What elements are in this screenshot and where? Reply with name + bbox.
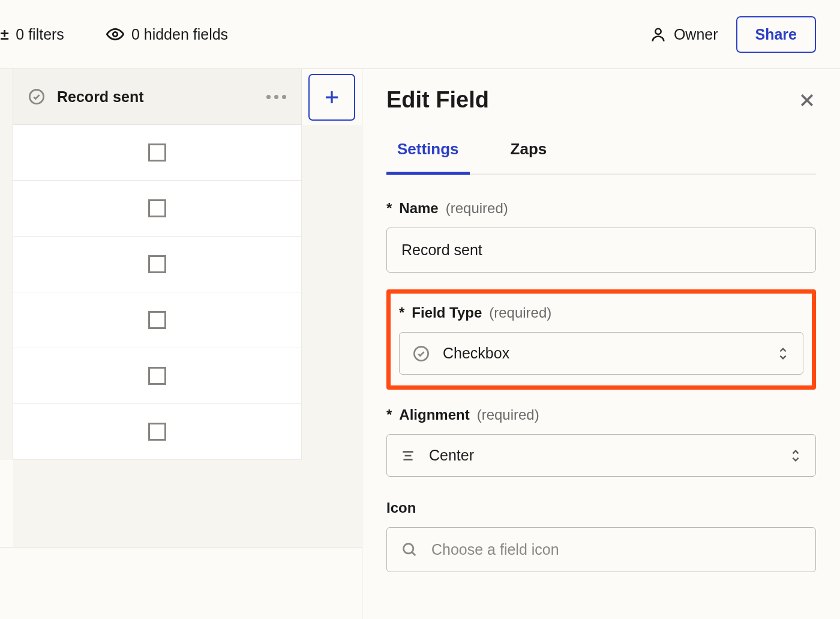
edit-field-panel: Edit Field Settings Zaps * Name (require… bbox=[362, 69, 840, 619]
row-gutter bbox=[0, 181, 13, 237]
checkbox-cell[interactable] bbox=[13, 348, 302, 404]
row-gutter bbox=[0, 69, 13, 125]
row-gutter bbox=[0, 125, 13, 181]
checkbox[interactable] bbox=[148, 143, 166, 162]
name-field-label: Name bbox=[399, 200, 438, 217]
owner-label: Owner bbox=[674, 26, 718, 43]
close-icon bbox=[798, 91, 816, 109]
chevron-updown-icon bbox=[789, 448, 802, 463]
icon-field-label: Icon bbox=[386, 500, 416, 516]
row-gutter bbox=[0, 237, 13, 292]
close-button[interactable] bbox=[798, 91, 816, 109]
column-more-button[interactable] bbox=[266, 95, 286, 99]
checkbox-cell[interactable] bbox=[13, 292, 302, 348]
search-icon bbox=[401, 542, 418, 558]
add-column-button[interactable] bbox=[308, 74, 355, 121]
check-circle-icon bbox=[28, 88, 45, 105]
table-row bbox=[0, 348, 362, 404]
panel-title: Edit Field bbox=[386, 87, 489, 113]
required-star: * bbox=[386, 200, 392, 217]
required-text: (required) bbox=[446, 200, 508, 217]
hidden-fields-label: 0 hidden fields bbox=[131, 26, 228, 43]
field-type-value: Checkbox bbox=[443, 345, 509, 362]
dots-icon bbox=[266, 95, 271, 99]
field-type-select[interactable]: Checkbox bbox=[399, 332, 803, 375]
icon-field-block: Icon Choose a field icon bbox=[386, 500, 816, 572]
checkbox[interactable] bbox=[148, 311, 166, 329]
checkbox-cell[interactable] bbox=[13, 181, 302, 237]
row-gutter bbox=[0, 292, 13, 348]
checkbox[interactable] bbox=[148, 199, 166, 217]
top-toolbar: ± 0 filters 0 hidden fields Owner Share bbox=[0, 0, 840, 69]
tab-zaps[interactable]: Zaps bbox=[500, 140, 558, 175]
name-field-block: * Name (required) bbox=[386, 200, 816, 273]
hidden-fields-button[interactable]: 0 hidden fields bbox=[106, 25, 228, 43]
alignment-label: Alignment bbox=[399, 406, 469, 423]
table-row bbox=[0, 125, 362, 181]
filter-icon: ± bbox=[0, 26, 8, 42]
alignment-select[interactable]: Center bbox=[386, 434, 816, 477]
table-row bbox=[0, 237, 362, 292]
checkbox[interactable] bbox=[148, 423, 166, 441]
tab-settings[interactable]: Settings bbox=[386, 140, 470, 175]
table-column: Record sent bbox=[0, 69, 362, 619]
icon-picker-input[interactable]: Choose a field icon bbox=[386, 527, 816, 572]
align-center-icon bbox=[400, 448, 416, 463]
checkbox-cell[interactable] bbox=[13, 237, 302, 292]
checkbox-cell[interactable] bbox=[13, 404, 302, 460]
person-icon bbox=[650, 26, 667, 43]
checkbox[interactable] bbox=[148, 255, 166, 273]
filters-button[interactable]: ± 0 filters bbox=[0, 26, 64, 43]
chevron-updown-icon bbox=[776, 346, 790, 361]
icon-picker-placeholder: Choose a field icon bbox=[431, 541, 559, 558]
table-row bbox=[0, 181, 362, 237]
table-empty-area bbox=[13, 460, 302, 547]
owner-button[interactable]: Owner bbox=[650, 26, 718, 43]
row-gutter bbox=[0, 404, 13, 460]
alignment-field-block: * Alignment (required) Center bbox=[386, 406, 816, 477]
panel-tabs: Settings Zaps bbox=[386, 140, 816, 175]
check-circle-icon bbox=[413, 345, 430, 362]
svg-point-1 bbox=[655, 29, 661, 34]
below-table-area bbox=[0, 547, 362, 619]
share-button[interactable]: Share bbox=[736, 16, 816, 53]
plus-icon bbox=[323, 88, 341, 106]
table-row bbox=[0, 404, 362, 460]
filters-label: 0 filters bbox=[16, 26, 64, 43]
checkbox[interactable] bbox=[148, 367, 166, 385]
eye-icon bbox=[106, 25, 124, 43]
checkbox-cell[interactable] bbox=[13, 125, 302, 181]
alignment-value: Center bbox=[429, 447, 474, 464]
column-header-title: Record sent bbox=[57, 88, 143, 106]
column-header[interactable]: Record sent bbox=[13, 69, 302, 125]
svg-point-4 bbox=[404, 543, 413, 553]
name-input[interactable] bbox=[386, 228, 816, 273]
table-row bbox=[0, 292, 362, 348]
field-type-label: Field Type bbox=[412, 304, 482, 321]
svg-point-0 bbox=[113, 32, 118, 37]
row-gutter bbox=[0, 348, 13, 404]
field-type-highlight: * Field Type (required) Checkbox bbox=[386, 289, 816, 390]
